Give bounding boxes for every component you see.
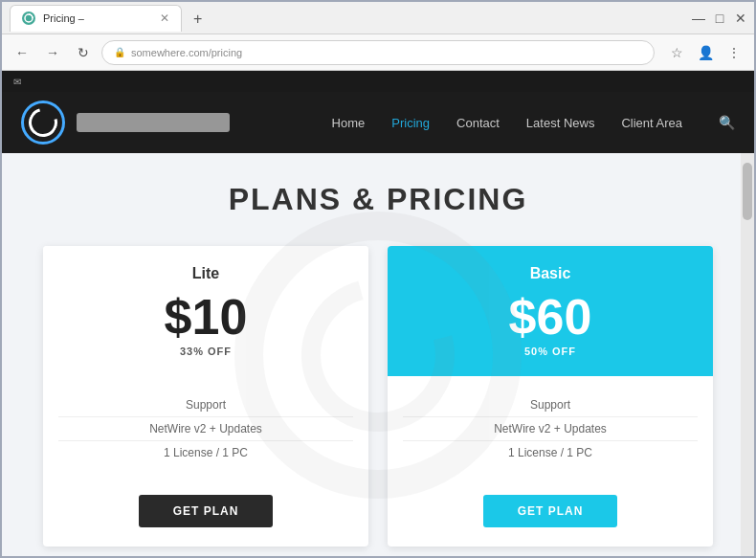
logo-circle <box>21 100 65 145</box>
page-content: ✉ Home Pricing Contact Latest News Clien… <box>2 71 754 556</box>
window-controls: — □ ✕ <box>693 12 746 24</box>
address-bar: ← → ↻ 🔒 somewhere.com/pricing ☆ 👤 ⋮ <box>2 34 754 71</box>
profile-icon[interactable]: 👤 <box>693 40 718 65</box>
title-bar: Pricing – ✕ + — □ ✕ <box>2 2 754 34</box>
address-input[interactable]: 🔒 somewhere.com/pricing <box>101 40 655 65</box>
nav-links: Home Pricing Contact Latest News Client … <box>332 115 735 130</box>
plan-feature: 1 License / 1 PC <box>58 441 353 464</box>
lock-icon: 🔒 <box>114 47 125 57</box>
new-tab-button[interactable]: + <box>186 7 210 32</box>
tab-bar: Pricing – ✕ + <box>10 5 687 32</box>
address-text: somewhere.com/pricing <box>131 47 242 58</box>
plan-price-basic: $60 <box>407 292 694 342</box>
plans-container: Lite $10 33% OFF Support NetWire v2 + Up… <box>43 246 713 547</box>
nav-home[interactable]: Home <box>332 116 366 130</box>
scrollbar[interactable] <box>741 153 754 556</box>
email-icon: ✉ <box>13 77 21 87</box>
tab-title: Pricing – <box>43 12 152 24</box>
tab-favicon <box>22 11 35 25</box>
browser-window: Pricing – ✕ + — □ ✕ ← → ↻ 🔒 somewhere.co… <box>0 0 756 558</box>
minimize-button[interactable]: — <box>693 12 704 24</box>
menu-icon[interactable]: ⋮ <box>722 40 746 65</box>
get-plan-button-basic[interactable]: GET PLAN <box>483 495 618 527</box>
plan-feature: Support <box>403 393 698 417</box>
navbar: Home Pricing Contact Latest News Client … <box>2 92 754 153</box>
tab-close-button[interactable]: ✕ <box>160 11 169 25</box>
nav-contact[interactable]: Contact <box>456 116 500 130</box>
plan-feature: NetWire v2 + Updates <box>58 417 353 441</box>
plan-card-lite: Lite $10 33% OFF Support NetWire v2 + Up… <box>43 246 368 547</box>
logo-inner <box>24 103 63 143</box>
plan-discount-basic: 50% OFF <box>407 346 694 357</box>
nav-pricing[interactable]: Pricing <box>391 116 430 130</box>
nav-client-area[interactable]: Client Area <box>621 116 682 130</box>
get-plan-button-lite[interactable]: GET PLAN <box>139 495 274 527</box>
plan-name-basic: Basic <box>407 265 694 282</box>
active-tab[interactable]: Pricing – ✕ <box>10 5 182 32</box>
plan-header-lite: Lite $10 33% OFF <box>43 246 368 376</box>
plan-price-lite: $10 <box>62 292 349 342</box>
maximize-button[interactable]: □ <box>714 12 725 24</box>
plan-feature: 1 License / 1 PC <box>403 441 698 464</box>
forward-button[interactable]: → <box>40 40 65 65</box>
plan-footer-lite: GET PLAN <box>43 481 368 547</box>
plan-feature: NetWire v2 + Updates <box>403 417 698 441</box>
plan-name-lite: Lite <box>62 265 349 282</box>
refresh-button[interactable]: ↻ <box>71 40 96 65</box>
nav-latest-news[interactable]: Latest News <box>526 116 595 130</box>
page-title: PLANS & PRICING <box>40 182 716 217</box>
search-icon[interactable]: 🔍 <box>719 115 735 130</box>
top-bar: ✉ <box>2 71 754 92</box>
scrollbar-thumb[interactable] <box>743 163 752 220</box>
logo-text <box>77 113 230 132</box>
plan-feature: Support <box>58 393 353 417</box>
logo-area <box>21 100 332 145</box>
back-button[interactable]: ← <box>10 40 34 65</box>
plan-header-basic: Basic $60 50% OFF <box>388 246 713 376</box>
toolbar-icons: ☆ 👤 ⋮ <box>664 40 746 65</box>
plan-discount-lite: 33% OFF <box>62 346 349 357</box>
main-content: PLANS & PRICING Lite $10 33% OFF Support… <box>2 153 754 556</box>
plan-features-basic: Support NetWire v2 + Updates 1 License /… <box>388 376 713 481</box>
bookmark-icon[interactable]: ☆ <box>664 40 689 65</box>
close-button[interactable]: ✕ <box>735 12 746 24</box>
plan-card-basic: Basic $60 50% OFF Support NetWire v2 + U… <box>388 246 713 547</box>
plan-features-lite: Support NetWire v2 + Updates 1 License /… <box>43 376 368 481</box>
plan-footer-basic: GET PLAN <box>388 481 713 547</box>
